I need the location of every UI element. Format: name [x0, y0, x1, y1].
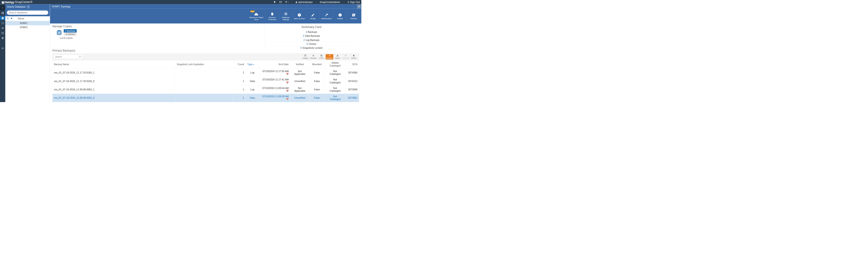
help-dropdown[interactable]: ?▾	[285, 0, 288, 3]
ds-button[interactable]: Database Settings	[280, 11, 292, 21]
cell-scn: 2874360	[345, 69, 359, 77]
summary-row: 0Snapshots Locked	[269, 46, 354, 50]
svg-rect-16	[284, 14, 287, 15]
bos-button[interactable]: NewBackup to Object Store	[248, 11, 265, 21]
pencil-icon	[307, 12, 319, 18]
col-backup-name[interactable]: Backup Name	[53, 60, 175, 68]
svg-rect-10	[2, 37, 3, 38]
trash-icon	[350, 54, 358, 57]
cell-rman: NotCataloged	[325, 69, 346, 77]
backup-row[interactable]: ora_01_07-18-2024_11.09.08.6002_0 1 Data…	[53, 94, 359, 102]
cell-verified: NotApplicable	[290, 85, 309, 94]
resource-type-selector[interactable]: Oracle Database ▾	[5, 4, 50, 9]
restore-button[interactable]: Restore	[326, 54, 333, 59]
clock-icon	[294, 12, 305, 18]
sort-icon[interactable]: ⇅	[7, 17, 8, 20]
action-label: Mount	[334, 57, 341, 59]
summary-num: 2	[304, 39, 305, 41]
catalog-button[interactable]: Catalog	[301, 54, 309, 59]
col-sle[interactable]: Snapshot Lock Expiration	[175, 60, 234, 68]
ref-button[interactable]: Refresh	[348, 12, 359, 20]
database-row[interactable]: NTAP1	[5, 21, 50, 25]
col-type[interactable]: Type↓≡	[246, 60, 259, 68]
chevron-down-icon[interactable]: ▾	[27, 5, 30, 8]
svg-rect-25	[337, 56, 338, 56]
mail-icon[interactable]	[279, 1, 282, 3]
refresh-icon	[348, 12, 359, 18]
svg-rect-20	[340, 14, 340, 14]
cell-rman: NotCataloged	[325, 94, 346, 102]
col-count[interactable]: Count	[233, 60, 246, 68]
nav-hosts[interactable]	[0, 31, 5, 35]
cell-end: 07/18/2024 11:09:44 AM📅	[259, 85, 290, 94]
action-label: Clone	[317, 57, 325, 59]
resource-type-label: Oracle Database	[7, 5, 26, 8]
nav-dashboard[interactable]	[0, 11, 5, 15]
nav-reports[interactable]	[0, 26, 5, 30]
summary-label: Backups	[308, 31, 317, 33]
mnt-button[interactable]: Maintenance	[321, 12, 332, 20]
bun-button[interactable]: Back up Now	[294, 12, 305, 20]
delete-button[interactable]: Delete	[350, 54, 358, 59]
tool-label: Refresh	[348, 18, 359, 20]
nav-monitor[interactable]	[0, 21, 5, 25]
calendar-icon: 📅	[286, 81, 289, 84]
flag-icon[interactable]: ⚑	[10, 17, 12, 20]
wrench-icon	[321, 12, 332, 18]
role-label[interactable]: SnapCenterAdmin	[320, 1, 340, 4]
nav-settings[interactable]	[0, 41, 5, 45]
svg-rect-19	[340, 15, 340, 16]
col-rman[interactable]: RMAN Cataloged	[325, 60, 346, 68]
bell-icon[interactable]	[274, 1, 276, 3]
cell-verified: Unverified	[290, 77, 309, 85]
svg-rect-1	[2, 12, 3, 13]
unmount-button: Unmount	[342, 54, 349, 59]
backup-row[interactable]: ora_01_07-18-2024_11.17.20.8165_0 1 Data…	[53, 77, 359, 85]
det-button[interactable]: Details	[334, 12, 346, 20]
cell-name: ora_01_07-18-2024_11.09.08.6002_1	[53, 85, 175, 94]
action-label: Delete	[350, 57, 358, 59]
cell-scn: 2874313	[345, 77, 359, 85]
calendar-icon: 📅	[286, 90, 289, 92]
close-icon[interactable]: ✕	[357, 4, 361, 8]
col-end-date[interactable]: End Date	[259, 60, 290, 68]
nav-resources[interactable]	[0, 16, 5, 20]
summary-row: 2Data Backups	[269, 34, 354, 38]
cell-rman: NotCataloged	[325, 85, 346, 94]
content-toolbar: NewBackup to Object StoreRemove Protecti…	[50, 8, 361, 23]
cell-mounted: False	[309, 94, 324, 102]
topbar-right: ?▾ administrator SnapCenterAdmin Sign Ou…	[274, 0, 360, 3]
user-menu[interactable]: administrator	[295, 1, 313, 4]
unmount-icon	[342, 54, 349, 57]
summary-num: 4	[306, 31, 307, 33]
signout-link[interactable]: Sign Out	[347, 1, 360, 4]
nav-storage[interactable]	[0, 36, 5, 40]
search-databases[interactable]	[7, 10, 48, 14]
col-scn[interactable]: SCN	[345, 60, 359, 68]
collapse-button[interactable]: ›	[0, 5, 5, 10]
local-copies[interactable]: 4 Backups 0 Clones Local copies	[56, 29, 77, 39]
rp-button[interactable]: Remove Protection	[267, 11, 278, 21]
database-row[interactable]: NTAP2	[5, 25, 50, 29]
clones-count: 0 Clones	[64, 33, 77, 36]
mount-button[interactable]: Mount	[334, 54, 341, 59]
backup-search-input[interactable]	[54, 55, 78, 59]
summary-row: 2Log Backups	[269, 38, 354, 42]
col-mounted[interactable]: Mounted	[309, 60, 324, 68]
tool-label: Backup to Object Store	[248, 17, 265, 21]
clone-button[interactable]: Clone	[317, 54, 325, 59]
svg-rect-14	[284, 13, 287, 13]
rename-button[interactable]: Rename	[309, 54, 317, 59]
backup-row[interactable]: ora_01_07-18-2024_11.17.20.8165_1 1 Log …	[53, 69, 359, 77]
nav-alerts[interactable]	[0, 46, 5, 50]
vendor-logo: ▮▮ NetApp	[2, 0, 14, 4]
local-copies-label: Local copies	[56, 37, 77, 39]
col-verified[interactable]: Verified	[290, 60, 309, 68]
primary-backups: Primary Backup(s) CatalogRenameCloneRest…	[50, 49, 361, 102]
filter-icon[interactable]	[78, 55, 82, 59]
backup-row[interactable]: ora_01_07-18-2024_11.09.08.6002_1 1 Log …	[53, 85, 359, 94]
mod-button[interactable]: Modify	[307, 12, 319, 20]
nav-rail: ›	[0, 4, 5, 102]
info-icon	[334, 12, 346, 18]
search-input[interactable]	[9, 11, 46, 14]
